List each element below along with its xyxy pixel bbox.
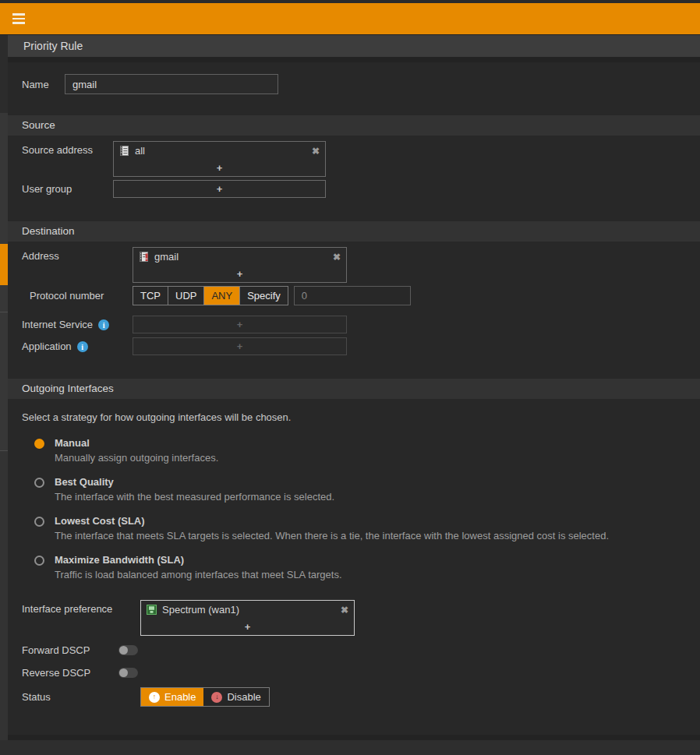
name-row: Name <box>8 74 700 94</box>
forward-dscp-label: Forward DSCP <box>22 644 118 656</box>
strategy-title: Best Quality <box>55 476 334 488</box>
status-enable-button[interactable]: ↑ Enable <box>141 688 203 706</box>
plus-icon: + <box>217 162 223 174</box>
collapsed-sidebar[interactable] <box>0 35 8 755</box>
strategy-title: Lowest Cost (SLA) <box>55 515 609 527</box>
status-disable-button[interactable]: ↓ Disable <box>203 688 268 706</box>
internet-service-box: + <box>133 316 347 333</box>
source-address-value: all <box>135 145 306 157</box>
strategy-option-manual[interactable]: Manual Manually assign outgoing interfac… <box>34 437 700 464</box>
sidebar-divider <box>0 450 8 451</box>
interface-preference-box[interactable]: Spectrum (wan1) ✖ + <box>140 600 355 636</box>
add-destination-address-button[interactable]: + <box>133 266 346 282</box>
footer-bar <box>0 740 700 755</box>
destination-address-label: Address <box>22 247 133 262</box>
disable-arrow-icon: ↓ <box>211 692 222 703</box>
top-navbar <box>0 3 700 34</box>
radio-unselected-icon[interactable] <box>34 556 44 566</box>
interface-icon <box>147 605 157 615</box>
application-row: Applicationi + <box>8 337 700 355</box>
strategy-description: The interface with the best measured per… <box>55 491 334 503</box>
info-icon[interactable]: i <box>77 341 88 352</box>
section-header-destination: Destination <box>8 221 700 242</box>
radio-unselected-icon[interactable] <box>34 517 44 527</box>
application-label: Applicationi <box>22 340 133 353</box>
plus-icon: + <box>245 621 251 633</box>
destination-address-box[interactable]: gmail ✖ + <box>133 247 347 283</box>
strategy-intro-text: Select a strategy for how outgoing inter… <box>22 411 700 423</box>
plus-icon: + <box>237 340 243 352</box>
toggle-knob <box>119 669 128 677</box>
name-input[interactable] <box>65 74 278 94</box>
source-address-box[interactable]: all ✖ + <box>113 141 326 177</box>
forward-dscp-row: Forward DSCP <box>8 642 700 658</box>
strategy-description: Traffic is load balanced among interface… <box>55 569 342 580</box>
reverse-dscp-label: Reverse DSCP <box>22 667 118 679</box>
source-address-row: Source address <box>8 141 700 177</box>
source-address-label: Source address <box>22 141 113 156</box>
user-group-box[interactable]: + <box>113 180 326 198</box>
enable-arrow-icon: ↑ <box>149 692 160 703</box>
reverse-dscp-row: Reverse DSCP <box>8 665 700 680</box>
app-window: Priority Rule Name Source Source address <box>0 0 700 755</box>
address-book-icon <box>119 146 129 156</box>
interface-preference-entry[interactable]: Spectrum (wan1) ✖ <box>141 601 354 619</box>
forward-dscp-toggle[interactable] <box>118 645 138 655</box>
protocol-number-input[interactable] <box>294 286 411 305</box>
sidebar-strip-segment <box>0 35 8 113</box>
page-title: Priority Rule <box>23 40 83 52</box>
radio-selected-icon[interactable] <box>34 439 44 449</box>
priority-rule-form: Name Source Source address <box>8 62 700 735</box>
toggle-knob <box>119 646 128 654</box>
name-label: Name <box>22 79 65 90</box>
add-internet-service-button: + <box>133 316 346 333</box>
status-label: Status <box>22 691 140 703</box>
strategy-option-lowest-cost-sla[interactable]: Lowest Cost (SLA) The interface that mee… <box>34 515 700 542</box>
info-icon[interactable]: i <box>98 319 109 330</box>
remove-entry-icon[interactable]: ✖ <box>333 252 341 262</box>
remove-entry-icon[interactable]: ✖ <box>341 605 348 615</box>
sidebar-strip-segment <box>0 451 8 755</box>
status-row: Status ↑ Enable ↓ Disable <box>8 687 700 707</box>
strategy-description: The interface that meets SLA targets is … <box>55 530 609 542</box>
strategy-title: Manual <box>55 437 218 449</box>
section-header-outgoing-interfaces: Outgoing Interfaces <box>8 379 700 399</box>
add-application-button: + <box>133 338 346 355</box>
strategy-option-best-quality[interactable]: Best Quality The interface with the best… <box>34 476 700 503</box>
protocol-option-tcp[interactable]: TCP <box>133 287 168 305</box>
plus-icon: + <box>217 183 223 195</box>
add-source-address-button[interactable]: + <box>114 160 325 176</box>
internet-service-label: Internet Servicei <box>22 319 133 331</box>
add-interface-button[interactable]: + <box>141 619 354 635</box>
strategy-title: Maximize Bandwidth (SLA) <box>55 554 342 566</box>
destination-address-entry[interactable]: gmail ✖ <box>133 248 346 266</box>
plus-icon: + <box>237 268 243 280</box>
strategy-option-maximize-bandwidth-sla[interactable]: Maximize Bandwidth (SLA) Traffic is load… <box>34 554 700 580</box>
fqdn-address-icon <box>139 252 149 262</box>
strategy-description: Manually assign outgoing interfaces. <box>55 452 218 464</box>
plus-icon: + <box>237 319 243 330</box>
menu-toggle-button[interactable] <box>12 11 28 26</box>
protocol-option-udp[interactable]: UDP <box>168 287 204 305</box>
protocol-number-row: Protocol number TCP UDP ANY Specify <box>8 286 700 305</box>
remove-entry-icon[interactable]: ✖ <box>312 146 320 156</box>
radio-unselected-icon[interactable] <box>34 478 44 488</box>
interface-preference-label: Interface preference <box>22 600 140 615</box>
status-segmented-control: ↑ Enable ↓ Disable <box>140 687 270 707</box>
page-header: Priority Rule <box>8 35 700 57</box>
application-box: + <box>133 337 347 355</box>
destination-address-row: Address <box>8 247 700 283</box>
interface-preference-row: Interface preference Spectrum (wan1) ✖ + <box>8 600 700 636</box>
add-user-group-button[interactable]: + <box>114 181 325 197</box>
user-group-row: User group + <box>8 180 700 198</box>
protocol-segmented-control: TCP UDP ANY Specify <box>133 286 288 305</box>
protocol-number-label: Protocol number <box>22 290 133 302</box>
protocol-option-specify[interactable]: Specify <box>240 287 288 305</box>
reverse-dscp-toggle[interactable] <box>118 668 138 678</box>
destination-address-value: gmail <box>154 251 327 263</box>
sidebar-divider <box>0 312 8 312</box>
source-address-entry[interactable]: all ✖ <box>114 142 325 160</box>
section-header-source: Source <box>8 115 700 136</box>
interface-preference-value: Spectrum (wan1) <box>162 604 335 616</box>
protocol-option-any[interactable]: ANY <box>204 287 240 305</box>
